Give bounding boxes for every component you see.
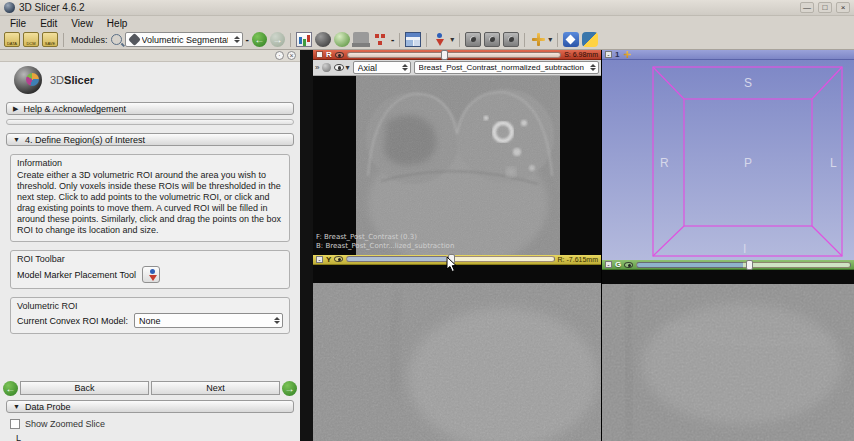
toolbar-separator — [524, 33, 525, 47]
favorite-module-stamp-icon[interactable] — [353, 32, 369, 47]
toolbar-overflow-icon[interactable]: - — [391, 34, 394, 45]
threed-view-bar: - 1 — [602, 50, 854, 60]
extensions-manager-icon[interactable] — [563, 32, 579, 47]
toolbar-separator — [290, 33, 291, 47]
show-zoomed-slice-checkbox[interactable] — [10, 419, 20, 429]
module-history-icon[interactable]: - — [246, 34, 249, 45]
green-collapse-icon[interactable]: - — [605, 261, 612, 268]
information-title: Information — [17, 158, 283, 168]
data-probe-label: Data Probe — [25, 402, 71, 412]
convex-roi-combo[interactable]: None — [134, 313, 283, 328]
green-slider-handle[interactable] — [746, 260, 753, 270]
green-visibility-eye-icon[interactable] — [624, 262, 633, 268]
load-data-icon[interactable]: DATA — [4, 32, 20, 47]
volume-combo[interactable]: Breast_Post_Contrast_normalized_subtract… — [414, 61, 599, 74]
menu-view[interactable]: View — [65, 18, 99, 29]
threed-view[interactable]: S R P L I — [602, 60, 854, 260]
favorite-module-segment-icon[interactable] — [334, 32, 350, 47]
right-viewport-column: - 1 S R P L — [602, 50, 854, 441]
yellow-collapse-icon[interactable]: - — [316, 256, 323, 263]
green-view-label: G — [615, 260, 621, 269]
back-arrow-icon[interactable]: ← — [3, 381, 18, 396]
toolbar-separator — [63, 33, 64, 47]
screenshot-icon[interactable] — [465, 32, 481, 47]
maximize-button[interactable]: □ — [818, 2, 832, 13]
main-content: · × 3DSlicer ▶ Help & Acknowledgement ▼ … — [0, 50, 854, 441]
green-slice-bar: - G — [602, 260, 854, 270]
help-section-header[interactable]: ▶ Help & Acknowledgement — [6, 102, 294, 115]
favorite-module-volume-icon[interactable] — [315, 32, 331, 47]
threed-collapse-icon[interactable]: - — [605, 51, 612, 58]
slicer-logo-text: 3DSlicer — [50, 74, 94, 86]
minimize-button[interactable]: — — [800, 2, 814, 13]
menu-bar: File Edit View Help — [0, 16, 854, 30]
red-visibility-eye-icon[interactable] — [335, 52, 344, 58]
controller-expand-icon[interactable]: » — [315, 63, 319, 72]
scene-restore-icon[interactable] — [503, 32, 519, 47]
fiducial-dropdown-icon[interactable]: ▾ — [450, 35, 454, 44]
red-slider-handle[interactable] — [441, 50, 448, 60]
panel-undock-icon[interactable]: · — [275, 51, 284, 60]
modules-label: Modules: — [71, 35, 108, 45]
mouse-cursor — [446, 256, 458, 273]
panel-close-icon[interactable]: × — [287, 51, 296, 60]
red-slice-toolbar: » ▾ Axial Breast_Post_Contrast_normalize… — [313, 60, 601, 76]
axial-mri-image — [356, 76, 560, 255]
axis-left-label: L — [830, 156, 837, 170]
show-zoomed-slice-row: Show Zoomed Slice — [0, 419, 300, 429]
next-arrow-icon[interactable]: → — [282, 381, 297, 396]
menu-help[interactable]: Help — [101, 18, 134, 29]
axis-superior-label: S — [744, 76, 752, 90]
red-slice-bar: R S: 6.98mm — [313, 50, 601, 60]
axis-posterior-label: P — [744, 156, 752, 170]
scene-view-icon[interactable] — [484, 32, 500, 47]
yellow-visibility-eye-icon[interactable] — [334, 256, 343, 262]
marker-tool-label: Model Marker Placement Tool — [17, 270, 136, 280]
crosshair-dropdown-icon[interactable]: ▾ — [548, 35, 552, 44]
green-slice-slider[interactable] — [636, 262, 851, 268]
roi-section-header[interactable]: ▼ 4. Define Region(s) of Interest — [6, 133, 294, 146]
help-section-label: Help & Acknowledgement — [23, 104, 126, 114]
dicom-icon[interactable]: DCM — [23, 32, 39, 47]
layout-selector-icon[interactable] — [405, 32, 421, 47]
menu-edit[interactable]: Edit — [34, 18, 63, 29]
red-pin-icon[interactable] — [316, 51, 323, 58]
next-button[interactable]: Next — [151, 381, 280, 395]
orientation-combo[interactable]: Axial — [353, 61, 411, 74]
red-slice-offset: S: 6.98mm — [564, 51, 598, 58]
marker-placement-button[interactable] — [142, 266, 160, 283]
red-slice-slider[interactable] — [347, 52, 561, 58]
favorite-module-markups-icon[interactable] — [372, 32, 388, 47]
place-fiducial-icon[interactable] — [432, 32, 448, 47]
crosshair-icon[interactable] — [530, 32, 546, 47]
data-probe-header[interactable]: ▼ Data Probe — [6, 400, 294, 413]
collapse-open-icon: ▼ — [13, 403, 20, 410]
red-slice-view[interactable]: F: Breast_Post_Contrast (0.3)B: Breast_P… — [313, 76, 601, 255]
slice-visibility-eye-icon[interactable] — [334, 64, 344, 71]
green-slice-view[interactable] — [602, 270, 854, 441]
collapse-closed-icon: ▶ — [13, 105, 18, 113]
volume-combo-value: Breast_Post_Contrast_normalized_subtract… — [419, 63, 584, 72]
favorite-module-chart-icon[interactable] — [296, 32, 312, 47]
module-panel-titlebar: · × — [0, 50, 300, 62]
save-icon[interactable]: SAVE — [42, 32, 58, 47]
panel-viewport-gap — [300, 50, 313, 441]
module-search-icon[interactable] — [111, 34, 122, 45]
threed-pin-icon[interactable] — [623, 50, 632, 58]
slice-link-icon[interactable] — [322, 63, 330, 72]
module-selector-combo[interactable]: Volumetric Segmentation — [125, 32, 243, 47]
back-button[interactable]: Back — [20, 381, 149, 395]
close-button[interactable]: × — [836, 2, 850, 13]
visibility-dropdown-icon[interactable]: ▾ — [346, 63, 350, 72]
module-forward-icon[interactable]: → — [270, 32, 285, 47]
window-title: 3D Slicer 4.6.2 — [19, 2, 796, 13]
python-console-icon[interactable] — [582, 32, 598, 47]
title-bar: 3D Slicer 4.6.2 — □ × — [0, 0, 854, 16]
overlay-foreground-line: F: Breast_Post_Contrast (0.3) — [316, 233, 417, 241]
module-icon — [128, 33, 141, 46]
overlay-background-line: B: Breast_Post_Contr...lized_subtraction — [316, 242, 454, 250]
module-back-icon[interactable]: ← — [252, 32, 267, 47]
menu-file[interactable]: File — [4, 18, 32, 29]
convex-roi-value: None — [139, 316, 161, 326]
yellow-slice-view[interactable] — [313, 265, 601, 441]
